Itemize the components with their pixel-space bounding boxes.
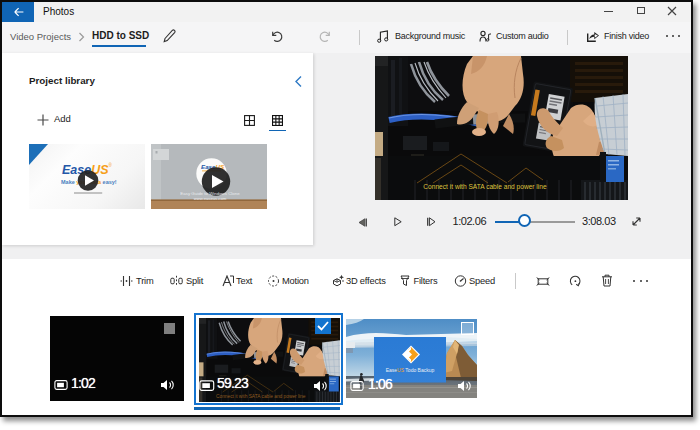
svg-text:Easy Guide to Windows Clone: Easy Guide to Windows Clone: [180, 191, 240, 196]
svg-text:Connect it with SATA cable and: Connect it with SATA cable and power lin…: [423, 183, 547, 191]
svg-text:®: ®: [109, 162, 113, 168]
svg-text:www.easeus.com: www.easeus.com: [194, 196, 227, 201]
svg-text:EaseUS Todo Backup: EaseUS Todo Backup: [386, 367, 435, 373]
